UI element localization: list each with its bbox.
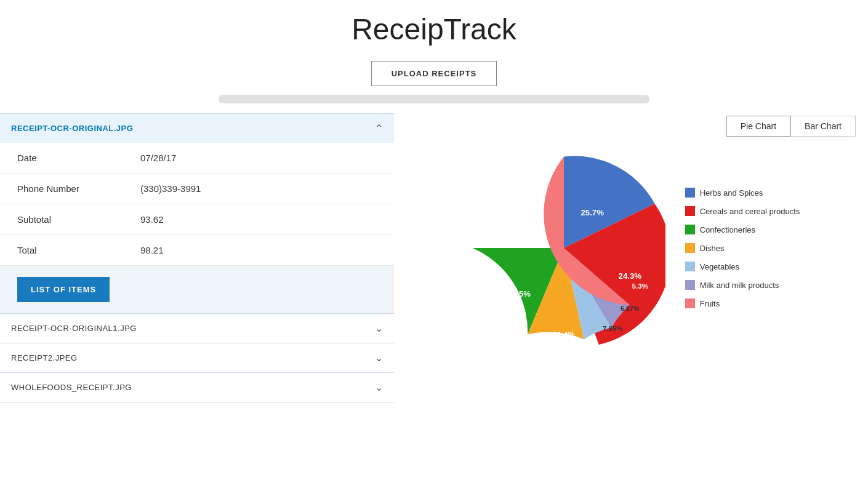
- legend-color-confectioneries: [685, 225, 695, 234]
- pie-chart: 25.7% 24.3% 18.5% 11.4% 7.85% 6.87% 5.3%: [462, 146, 665, 350]
- subtotal-label: Subtotal: [17, 214, 140, 225]
- receipt-header-wholefoods[interactable]: WHOLEFOODS_RECEIPT.JPG ⌄: [0, 373, 394, 402]
- legend-label-milk: Milk and milk products: [700, 281, 779, 290]
- receipt-filename-wholefoods: WHOLEFOODS_RECEIPT.JPG: [11, 383, 132, 392]
- tab-bar-chart[interactable]: Bar Chart: [790, 116, 856, 137]
- pie-label-dishes: 11.4%: [553, 330, 574, 339]
- pie-label-milk: 6.87%: [621, 305, 640, 312]
- receipt-details-ocr: Date 07/28/17 Phone Number (330)339-3991…: [0, 143, 394, 313]
- subtotal-value: 93.62: [140, 214, 164, 225]
- legend-item-herbs: Herbs and Spices: [685, 188, 800, 198]
- upload-button[interactable]: UPLOAD RECEIPTS: [371, 61, 497, 86]
- legend-item-confectioneries: Confectioneries: [685, 225, 800, 234]
- legend-item-fruits: Fruits: [685, 298, 800, 308]
- receipt-filename-ocr1: RECEIPT-OCR-ORIGINAL1.JPG: [11, 324, 137, 333]
- pie-label-cereals: 24.3%: [618, 271, 641, 281]
- left-panel: RECEIPT-OCR-ORIGINAL.JPG ⌃ Date 07/28/17…: [0, 113, 394, 402]
- list-items-section: LIST OF ITEMS: [0, 266, 394, 313]
- receipt-filename-ocr: RECEIPT-OCR-ORIGINAL.JPG: [11, 124, 133, 133]
- legend-color-cereals: [685, 206, 695, 216]
- main-content: RECEIPT-OCR-ORIGINAL.JPG ⌃ Date 07/28/17…: [0, 113, 868, 402]
- legend-item-dishes: Dishes: [685, 243, 800, 253]
- total-label: Total: [17, 245, 140, 255]
- chevron-up-icon: ⌃: [375, 122, 383, 134]
- detail-subtotal-row: Subtotal 93.62: [0, 204, 394, 235]
- receipt-item-ocr1: RECEIPT-OCR-ORIGINAL1.JPG ⌄: [0, 314, 394, 343]
- pie-label-herbs: 25.7%: [581, 208, 604, 217]
- tab-pie-chart[interactable]: Pie Chart: [726, 116, 790, 137]
- legend-label-cereals: Cereals and cereal products: [700, 207, 800, 216]
- detail-total-row: Total 98.21: [0, 235, 394, 266]
- receipt-item-expanded: RECEIPT-OCR-ORIGINAL.JPG ⌃ Date 07/28/17…: [0, 114, 394, 314]
- legend-label-fruits: Fruits: [700, 299, 720, 308]
- legend-item-cereals: Cereals and cereal products: [685, 206, 800, 216]
- legend-label-confectioneries: Confectioneries: [700, 225, 755, 234]
- receipt-header-ocr[interactable]: RECEIPT-OCR-ORIGINAL.JPG ⌃: [0, 114, 394, 143]
- legend-label-vegetables: Vegetables: [700, 262, 739, 271]
- detail-phone-row: Phone Number (330)339-3991: [0, 174, 394, 204]
- pie-label-fruits: 5.3%: [632, 282, 648, 290]
- upload-section: UPLOAD RECEIPTS: [0, 61, 868, 103]
- receipt-filename-receipt2: RECEIPT2.JPEG: [11, 353, 78, 362]
- receipt-item-wholefoods: WHOLEFOODS_RECEIPT.JPG ⌄: [0, 373, 394, 402]
- chart-area: 25.7% 24.3% 18.5% 11.4% 7.85% 6.87% 5.3%…: [406, 146, 856, 350]
- legend-color-milk: [685, 280, 695, 290]
- legend-item-milk: Milk and milk products: [685, 280, 800, 290]
- receipt-header-ocr1[interactable]: RECEIPT-OCR-ORIGINAL1.JPG ⌄: [0, 314, 394, 343]
- right-panel: Pie Chart Bar Chart: [394, 113, 868, 350]
- detail-date-row: Date 07/28/17: [0, 143, 394, 174]
- phone-value: (330)339-3991: [140, 183, 201, 194]
- legend-label-dishes: Dishes: [700, 244, 725, 253]
- legend-color-fruits: [685, 298, 695, 308]
- receipt-item-receipt2: RECEIPT2.JPEG ⌄: [0, 343, 394, 373]
- date-label: Date: [17, 153, 140, 163]
- legend-color-vegetables: [685, 262, 695, 271]
- progress-bar: [219, 95, 649, 103]
- legend-color-herbs: [685, 188, 695, 198]
- legend-color-dishes: [685, 243, 695, 253]
- chevron-down-icon-1: ⌄: [375, 322, 383, 334]
- chevron-down-icon-2: ⌄: [375, 352, 383, 364]
- legend-item-vegetables: Vegetables: [685, 262, 800, 271]
- date-value: 07/28/17: [140, 153, 176, 163]
- phone-label: Phone Number: [17, 183, 140, 194]
- pie-label-vegetables: 7.85%: [603, 325, 623, 332]
- chart-legend: Herbs and Spices Cereals and cereal prod…: [685, 188, 800, 308]
- list-items-button[interactable]: LIST OF ITEMS: [17, 277, 110, 302]
- total-value: 98.21: [140, 245, 164, 255]
- receipt-header-receipt2[interactable]: RECEIPT2.JPEG ⌄: [0, 343, 394, 372]
- pie-label-confectioneries: 18.5%: [507, 289, 531, 298]
- chevron-down-icon-3: ⌄: [375, 382, 383, 393]
- legend-label-herbs: Herbs and Spices: [700, 188, 763, 198]
- app-title: ReceipTrack: [0, 0, 868, 61]
- chart-tabs: Pie Chart Bar Chart: [406, 116, 856, 137]
